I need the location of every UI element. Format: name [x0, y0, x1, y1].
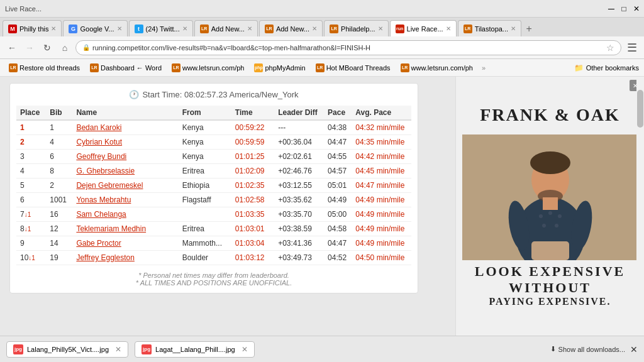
- cell-pace: 05:01: [324, 178, 352, 193]
- col-time: Time: [231, 106, 274, 120]
- tab-gmail[interactable]: M Philly this ✕: [3, 20, 62, 36]
- cell-diff: +00:36.04: [274, 135, 324, 150]
- other-bookmarks-label: Other bookmarks: [586, 64, 639, 72]
- cell-name[interactable]: Dejen Gebremeskel: [72, 178, 178, 193]
- bookmarks-more[interactable]: »: [479, 64, 488, 72]
- cell-pace: 04:38: [324, 120, 352, 135]
- cell-name[interactable]: Gabe Proctor: [72, 236, 178, 251]
- svg-point-4: [558, 214, 562, 218]
- show-all-downloads-btn[interactable]: ⬇ Show all downloads... ✕: [550, 344, 638, 354]
- cell-name[interactable]: Geoffrey Bundi: [72, 150, 178, 164]
- bookmark-letsrun1[interactable]: LR www.letsrun.com/ph: [168, 62, 248, 74]
- cell-diff: +02:46.76: [274, 164, 324, 178]
- new-tab-btn[interactable]: +: [523, 21, 535, 36]
- tab-twitter[interactable]: t (24) Twitt... ✕: [129, 20, 193, 36]
- forward-btn[interactable]: →: [23, 41, 36, 55]
- cell-name[interactable]: Bedan Karoki: [72, 120, 178, 135]
- show-all-label: Show all downloads...: [558, 346, 625, 353]
- svg-point-5: [542, 224, 546, 228]
- cell-avgpace: 04:47 min/mile: [352, 178, 411, 193]
- tab-addnew2[interactable]: LR Add New... ✕: [259, 20, 323, 36]
- col-from: From: [179, 106, 231, 120]
- cell-pace: 04:52: [324, 251, 352, 265]
- cell-name[interactable]: Cybrian Kotut: [72, 135, 178, 150]
- cell-diff: +03:38.59: [274, 222, 324, 236]
- cell-name[interactable]: Sam Chelanga: [72, 207, 178, 222]
- name-link[interactable]: Geoffrey Bundi: [76, 152, 126, 161]
- table-row: 6 1001 Yonas Mebrahtu Flagstaff 01:02:58…: [16, 193, 411, 207]
- cell-from: Kenya: [179, 150, 231, 164]
- name-link[interactable]: Gabe Proctor: [76, 239, 121, 248]
- home-btn[interactable]: ⌂: [58, 41, 72, 55]
- bookmark-phpmyadmin[interactable]: php phpMyAdmin: [250, 62, 309, 74]
- start-time-header: 🕐 Start Time: 08:02:57.23 America/New_Yo…: [16, 90, 411, 99]
- bookmark-restore[interactable]: LR Restore old threads: [5, 62, 84, 74]
- cell-avgpace: 04:49 min/mile: [352, 222, 411, 236]
- table-row: 5 2 Dejen Gebremeskel Ethiopia 01:02:35 …: [16, 178, 411, 193]
- tab-addnew1-close[interactable]: ✕: [247, 25, 252, 32]
- cell-name[interactable]: Jeffrey Eggleston: [72, 251, 178, 265]
- cell-from: Mammoth...: [179, 236, 231, 251]
- cell-time: 00:59:59: [231, 135, 274, 150]
- cell-name[interactable]: G. Ghebrselassie: [72, 164, 178, 178]
- other-bookmarks-folder[interactable]: 📁 Other bookmarks: [574, 63, 639, 72]
- cell-time: 01:02:09: [231, 164, 274, 178]
- tab-google-close[interactable]: ✕: [117, 25, 122, 32]
- tab-gmail-close[interactable]: ✕: [51, 25, 56, 32]
- cell-name[interactable]: Yonas Mebrahtu: [72, 193, 178, 207]
- name-link[interactable]: Yonas Mebrahtu: [76, 195, 131, 204]
- scrollbar[interactable]: [636, 77, 644, 336]
- cell-name[interactable]: Teklemariam Medhin: [72, 222, 178, 236]
- cell-from: Eritrea: [179, 164, 231, 178]
- maximize-btn[interactable]: □: [619, 4, 629, 14]
- name-link[interactable]: G. Ghebrselassie: [76, 167, 135, 175]
- name-link[interactable]: Cybrian Kotut: [76, 138, 122, 146]
- tab-liverace[interactable]: run Live Race... ✕: [390, 20, 457, 36]
- ad-container: ✕ FRANK & OAK: [456, 77, 644, 336]
- menu-btn[interactable]: ☰: [625, 41, 639, 55]
- bookmark-hotmboard[interactable]: LR Hot MBoard Threads: [312, 62, 394, 74]
- tab-google[interactable]: G Google V... ✕: [63, 20, 127, 36]
- tab-phila-close[interactable]: ✕: [378, 25, 383, 32]
- tab-tilastopa[interactable]: LR Tilastopa... ✕: [458, 20, 521, 36]
- tab-liverace-close[interactable]: ✕: [446, 25, 451, 32]
- scroll-thumb[interactable]: [637, 90, 643, 128]
- downloads-close-icon[interactable]: ✕: [630, 344, 638, 354]
- name-link[interactable]: Sam Chelanga: [76, 210, 126, 219]
- bookmark-letsrun2[interactable]: LR www.letsrun.com/ph: [397, 62, 477, 74]
- name-link[interactable]: Teklemariam Medhin: [76, 224, 146, 233]
- bookmark-star-icon[interactable]: ☆: [606, 43, 614, 53]
- tab-addnew2-close[interactable]: ✕: [312, 25, 317, 32]
- ad-tagline3: PAYING EXPENSIVE.: [489, 296, 611, 307]
- cell-bib: 6: [46, 150, 72, 164]
- name-link[interactable]: Dejen Gebremeskel: [76, 181, 143, 190]
- cell-avgpace: 04:45 min/mile: [352, 164, 411, 178]
- minimize-btn[interactable]: ─: [606, 4, 616, 14]
- reload-btn[interactable]: ↻: [40, 41, 54, 55]
- download-item-1[interactable]: jpg Lalang_Philly5K_Vict....jpg ✕: [6, 341, 128, 358]
- back-btn[interactable]: ←: [5, 41, 19, 55]
- tab-tilastopa-label: Tilastopa...: [475, 25, 508, 33]
- tab-twitter-close[interactable]: ✕: [182, 25, 187, 32]
- place-arrow: ↓1: [25, 211, 31, 218]
- name-link[interactable]: Jeffrey Eggleston: [76, 253, 135, 262]
- clock-icon: 🕐: [129, 90, 139, 99]
- download-close-2[interactable]: ✕: [242, 345, 248, 354]
- bookmark-dashboard[interactable]: LR Dashboard ← Word: [86, 62, 165, 74]
- results-container: 🕐 Start Time: 08:02:57.23 America/New_Yo…: [9, 83, 418, 293]
- download-item-2[interactable]: jpg Lagat__Lalang_Phill....jpg ✕: [135, 341, 255, 358]
- tab-tilastopa-close[interactable]: ✕: [511, 25, 516, 32]
- table-row: 3 6 Geoffrey Bundi Kenya 01:01:25 +02:02…: [16, 150, 411, 164]
- footnote: * Personal net times may differ from lea…: [16, 272, 411, 287]
- col-place: Place: [16, 106, 46, 120]
- close-btn[interactable]: ✕: [631, 4, 641, 14]
- url-bar[interactable]: 🔒 running.competitor.com/live-results#b=…: [75, 40, 621, 55]
- tab-twitter-label: (24) Twitt...: [146, 25, 180, 33]
- cell-from: Kenya: [179, 120, 231, 135]
- table-row: 1 1 Bedan Karoki Kenya 00:59:22 --- 04:3…: [16, 120, 411, 135]
- folder-icon: 📁: [574, 63, 584, 72]
- name-link[interactable]: Bedan Karoki: [76, 123, 121, 132]
- download-close-1[interactable]: ✕: [115, 345, 121, 354]
- tab-phila[interactable]: LR Philadelp... ✕: [324, 20, 388, 36]
- tab-addnew1[interactable]: LR Add New... ✕: [194, 20, 258, 36]
